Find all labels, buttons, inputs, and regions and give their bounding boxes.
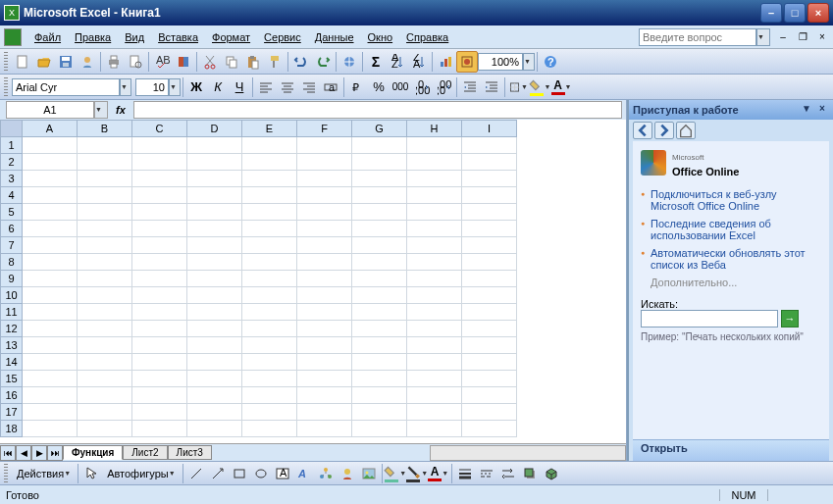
- cell[interactable]: [297, 237, 352, 254]
- spelling-button[interactable]: ABC: [151, 51, 173, 73]
- help-button[interactable]: ?: [540, 51, 561, 73]
- picture-button[interactable]: [358, 463, 380, 484]
- menu-view[interactable]: Вид: [118, 29, 151, 45]
- percent-button[interactable]: %: [368, 76, 390, 98]
- cell[interactable]: [23, 337, 78, 354]
- cell[interactable]: [23, 221, 78, 237]
- cell[interactable]: [132, 404, 187, 421]
- cell[interactable]: [23, 421, 78, 437]
- cell[interactable]: [78, 204, 132, 221]
- tab-nav-prev[interactable]: ◀: [16, 445, 31, 461]
- cell[interactable]: [132, 304, 187, 321]
- cell[interactable]: [187, 187, 242, 204]
- align-left-button[interactable]: [255, 76, 277, 98]
- menu-file[interactable]: Файл: [27, 29, 68, 45]
- research-button[interactable]: [173, 51, 194, 73]
- cell[interactable]: [187, 287, 242, 304]
- cell[interactable]: [132, 371, 187, 387]
- cell[interactable]: [242, 404, 297, 421]
- doc-close[interactable]: ×: [815, 31, 829, 43]
- cell[interactable]: [132, 221, 187, 237]
- cell[interactable]: [78, 421, 132, 437]
- taskpane-dropdown[interactable]: ▼: [800, 103, 813, 117]
- row-header[interactable]: 1: [1, 137, 23, 154]
- cell[interactable]: [297, 421, 352, 437]
- grip[interactable]: [4, 52, 8, 72]
- row-header[interactable]: 13: [1, 337, 23, 354]
- grip[interactable]: [4, 464, 8, 483]
- cell[interactable]: [242, 304, 297, 321]
- underline-button[interactable]: Ч: [229, 76, 250, 98]
- close-button[interactable]: ×: [807, 3, 829, 23]
- menu-format[interactable]: Формат: [205, 29, 257, 45]
- zoom-input[interactable]: [478, 53, 523, 71]
- cell[interactable]: [23, 371, 78, 387]
- cell[interactable]: [132, 421, 187, 437]
- cell[interactable]: [187, 154, 242, 171]
- font-color-button[interactable]: A▼: [550, 76, 572, 98]
- cell[interactable]: [187, 221, 242, 237]
- cell[interactable]: [462, 287, 517, 304]
- paste-button[interactable]: [242, 51, 264, 73]
- textbox-button[interactable]: A: [272, 463, 293, 484]
- font-size-dropdown[interactable]: ▼: [169, 78, 181, 96]
- cell[interactable]: [462, 204, 517, 221]
- cell[interactable]: [352, 371, 407, 387]
- cell[interactable]: [78, 371, 132, 387]
- row-header[interactable]: 18: [1, 421, 23, 437]
- print-button[interactable]: [103, 51, 125, 73]
- taskpane-open-section[interactable]: Открыть: [633, 439, 829, 461]
- cell[interactable]: [462, 237, 517, 254]
- preview-button[interactable]: [125, 51, 146, 73]
- row-header[interactable]: 11: [1, 304, 23, 321]
- cell[interactable]: [132, 154, 187, 171]
- cell[interactable]: [187, 171, 242, 187]
- cell[interactable]: [23, 254, 78, 271]
- cell[interactable]: [352, 304, 407, 321]
- cut-button[interactable]: [199, 51, 221, 73]
- cell[interactable]: [462, 304, 517, 321]
- col-header[interactable]: D: [187, 121, 242, 137]
- cell[interactable]: [297, 271, 352, 287]
- cell[interactable]: [407, 221, 462, 237]
- currency-button[interactable]: ₽: [346, 76, 368, 98]
- sort-desc-button[interactable]: ZA: [408, 51, 430, 73]
- cell[interactable]: [242, 237, 297, 254]
- cell[interactable]: [462, 137, 517, 154]
- cell[interactable]: [187, 371, 242, 387]
- menu-help[interactable]: Справка: [399, 29, 455, 45]
- cell[interactable]: [462, 421, 517, 437]
- col-header[interactable]: C: [132, 121, 187, 137]
- cell[interactable]: [297, 171, 352, 187]
- italic-button[interactable]: К: [207, 76, 229, 98]
- taskpane-search-input[interactable]: [641, 310, 778, 328]
- cell[interactable]: [352, 171, 407, 187]
- decrease-indent-button[interactable]: [459, 76, 481, 98]
- cell[interactable]: [23, 187, 78, 204]
- zoom-dropdown[interactable]: ▼: [523, 53, 535, 71]
- tab-nav-last[interactable]: ⏭: [47, 445, 63, 461]
- row-header[interactable]: 4: [1, 187, 23, 204]
- 3d-button[interactable]: [541, 463, 562, 484]
- cell[interactable]: [407, 187, 462, 204]
- cell[interactable]: [187, 387, 242, 404]
- dash-style-button[interactable]: [476, 463, 497, 484]
- cell[interactable]: [407, 237, 462, 254]
- cell[interactable]: [407, 421, 462, 437]
- cell[interactable]: [297, 337, 352, 354]
- name-box-dropdown[interactable]: ▼: [94, 101, 108, 119]
- cell[interactable]: [187, 137, 242, 154]
- align-center-button[interactable]: [277, 76, 298, 98]
- col-header[interactable]: I: [462, 121, 517, 137]
- taskpane-link-news[interactable]: Последние сведения об использовании Exce…: [641, 218, 821, 241]
- tab-nav-next[interactable]: ▶: [31, 445, 47, 461]
- hyperlink-button[interactable]: [338, 51, 360, 73]
- cell[interactable]: [462, 254, 517, 271]
- row-header[interactable]: 17: [1, 404, 23, 421]
- cell[interactable]: [78, 221, 132, 237]
- save-button[interactable]: [55, 51, 77, 73]
- cell[interactable]: [78, 287, 132, 304]
- cell[interactable]: [23, 271, 78, 287]
- row-header[interactable]: 6: [1, 221, 23, 237]
- menu-insert[interactable]: Вставка: [151, 29, 205, 45]
